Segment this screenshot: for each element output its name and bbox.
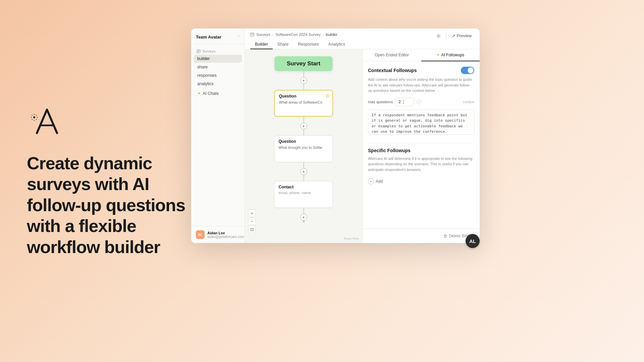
- connector-line-2b: [303, 129, 304, 135]
- svg-line-8: [32, 119, 32, 120]
- sidebar-nav: Surveys builder share responses analytic…: [191, 44, 245, 226]
- question-node-1[interactable]: Question What areas of SoftwareCo ⚙: [274, 90, 333, 117]
- number-arrows: ▲ ▼: [402, 99, 405, 105]
- ai-star-icon: ✦: [197, 91, 201, 96]
- ai-star-icon-panel: ✦: [436, 53, 440, 57]
- context-textarea[interactable]: If a respondent mentions feedback point …: [368, 110, 474, 135]
- hero-section: Create dynamic surveys with AI follow-up…: [27, 105, 201, 257]
- sidebar-item-ai-chats[interactable]: ✦ AI Chats: [194, 89, 242, 98]
- max-questions-label: max questions: [368, 100, 393, 104]
- contextual-followups-toggle[interactable]: [461, 67, 474, 74]
- context-label: context: [463, 100, 474, 104]
- contact-node[interactable]: Contact email, phone, name: [274, 181, 333, 208]
- topbar-actions: ↗ Analytics Preview: [434, 31, 474, 41]
- panel-tabs: Open Ended Editor ✦ AI Followups: [363, 49, 480, 61]
- surveys-icon: [250, 33, 254, 37]
- user-name: Aidan Lee: [207, 231, 244, 235]
- contextual-followups-description: Add context about why you're asking the …: [368, 77, 474, 94]
- react-flow-label: React Flow: [344, 237, 359, 240]
- tab-builder[interactable]: Builder: [250, 40, 273, 49]
- zoom-out-button[interactable]: −: [248, 218, 256, 225]
- max-questions-input[interactable]: 2 ▲ ▼: [395, 98, 414, 106]
- sidebar-item-responses[interactable]: responses: [194, 71, 242, 79]
- breadcrumb-surveys[interactable]: Surveys: [256, 33, 270, 37]
- tabs: Builder Share Responses Analytics: [250, 40, 474, 49]
- settings-icon: [436, 34, 441, 39]
- user-bubble-avatar[interactable]: AL: [466, 234, 480, 248]
- svg-point-16: [438, 35, 439, 37]
- contact-node-title: Contact: [279, 185, 329, 189]
- add-node-btn-1[interactable]: +: [300, 77, 307, 84]
- gear-icon[interactable]: ⚙: [325, 93, 330, 99]
- sidebar-footer: AL Aidan Lee aidan@getaftercare.com ⌃: [191, 226, 245, 243]
- question-node-2-text: What brought you to Softw: [279, 145, 329, 150]
- canvas-controls: + − ⊡: [248, 209, 256, 233]
- add-node-btn-4[interactable]: +: [300, 214, 307, 221]
- settings-button[interactable]: [434, 31, 443, 41]
- panel-tab-ai-followups[interactable]: ✦ AI Followups: [421, 49, 480, 61]
- sidebar-item-analytics[interactable]: analytics: [194, 80, 242, 88]
- breadcrumb-survey-name[interactable]: SoftwareCon 2024 Survey: [275, 33, 320, 37]
- sidebar-item-builder[interactable]: builder: [194, 55, 242, 63]
- topbar: Surveys › SoftwareCon 2024 Survey › buil…: [245, 28, 480, 49]
- sidebar-item-share[interactable]: share: [194, 63, 242, 71]
- toggle-knob: [468, 67, 474, 73]
- tab-share[interactable]: Share: [273, 40, 293, 49]
- right-panel: Open Ended Editor ✦ AI Followups Context…: [362, 49, 480, 243]
- breadcrumb-sep-2: ›: [323, 33, 324, 37]
- tab-responses[interactable]: Responses: [293, 40, 324, 49]
- app-window: Team Avatar ⌃ Surveys builder share res: [191, 28, 480, 243]
- specific-followups-title: Specific Followups: [368, 148, 411, 153]
- builder-area: Survey Start + Question What areas of So…: [245, 49, 480, 243]
- logo-mark: [27, 105, 201, 139]
- connector-line-4: [303, 208, 304, 214]
- sidebar: Team Avatar ⌃ Surveys builder share res: [191, 28, 245, 243]
- svg-line-5: [32, 115, 32, 115]
- preview-button[interactable]: ↗ Analytics Preview: [449, 32, 474, 40]
- canvas-flow: Survey Start + Question What areas of So…: [274, 56, 333, 223]
- breadcrumb-sep-1: ›: [272, 33, 274, 37]
- contextual-followups-header: Contextual Followups: [368, 67, 474, 74]
- add-followup-button[interactable]: + Add: [368, 176, 474, 186]
- connector-line-3: [303, 162, 304, 168]
- connector-line-1: [303, 71, 304, 77]
- end-dot: [303, 221, 305, 223]
- breadcrumb-current: builder: [326, 33, 337, 37]
- add-icon: +: [368, 178, 374, 184]
- specific-followups-section: Specific Followups Aftercare AI will det…: [368, 148, 474, 187]
- panel-tab-open-ended[interactable]: Open Ended Editor: [363, 49, 421, 61]
- surveys-section-label: Surveys: [194, 48, 242, 55]
- sidebar-expand-icon[interactable]: ⌃: [237, 35, 240, 39]
- info-icon: i: [417, 100, 421, 104]
- tab-analytics[interactable]: Analytics: [324, 40, 350, 49]
- add-node-btn-3[interactable]: +: [300, 168, 307, 175]
- svg-line-6: [36, 119, 37, 120]
- main-content: Surveys › SoftwareCon 2024 Survey › buil…: [245, 28, 480, 243]
- question-node-1-text: What areas of SoftwareCo: [279, 100, 328, 105]
- contextual-followups-title: Contextual Followups: [368, 68, 417, 73]
- panel-divider: [368, 143, 474, 143]
- svg-line-7: [36, 115, 37, 115]
- contact-node-text: email, phone, name: [279, 191, 329, 195]
- divider: [446, 31, 446, 41]
- user-email: aidan@getaftercare.com: [207, 235, 244, 239]
- connector-line-2: [303, 117, 304, 123]
- user-details: Aidan Lee aidan@getaftercare.com: [207, 231, 244, 239]
- specific-followups-description: Aftercare AI will determine if it is app…: [368, 156, 474, 173]
- user-info: AL Aidan Lee aidan@getaftercare.com: [196, 230, 244, 239]
- question-node-1-title: Question: [279, 94, 328, 99]
- hero-title: Create dynamic surveys with AI follow-up…: [27, 153, 201, 257]
- survey-start-node[interactable]: Survey Start: [275, 56, 332, 71]
- zoom-in-button[interactable]: +: [248, 209, 256, 217]
- sidebar-header[interactable]: Team Avatar ⌃: [191, 28, 245, 44]
- max-questions-row: max questions 2 ▲ ▼ i context: [368, 98, 474, 106]
- panel-content: Contextual Followups Add context about w…: [363, 61, 480, 229]
- panel-footer: Delete Block: [363, 229, 480, 243]
- add-node-btn-2[interactable]: +: [300, 123, 307, 129]
- svg-point-0: [33, 116, 35, 118]
- canvas-area[interactable]: Survey Start + Question What areas of So…: [245, 49, 362, 243]
- connector-line-3b: [303, 175, 304, 181]
- fit-view-button[interactable]: ⊡: [248, 226, 256, 233]
- question-node-2[interactable]: Question What brought you to Softw: [274, 135, 333, 162]
- team-name: Team Avatar: [196, 35, 221, 40]
